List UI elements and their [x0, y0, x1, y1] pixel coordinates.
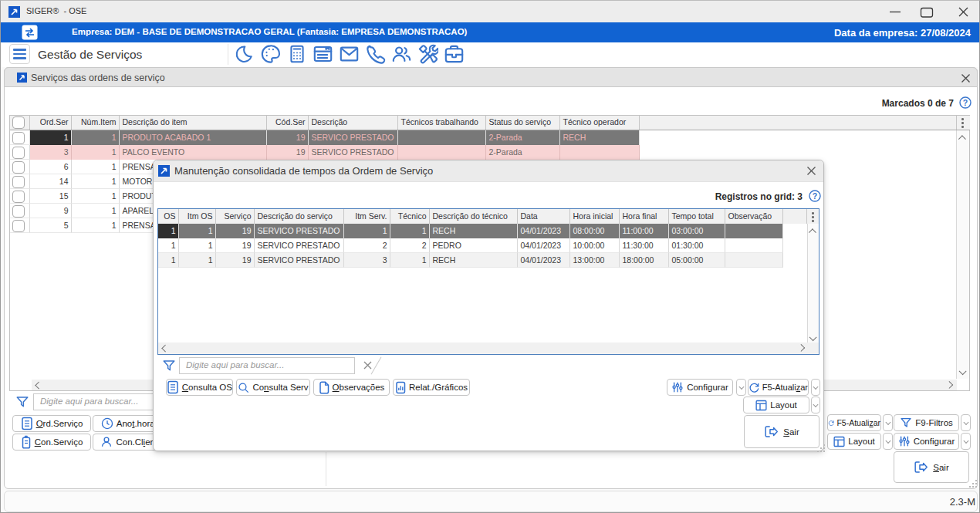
svg-text:?: ?	[963, 98, 968, 107]
svg-text:?: ?	[813, 191, 817, 201]
